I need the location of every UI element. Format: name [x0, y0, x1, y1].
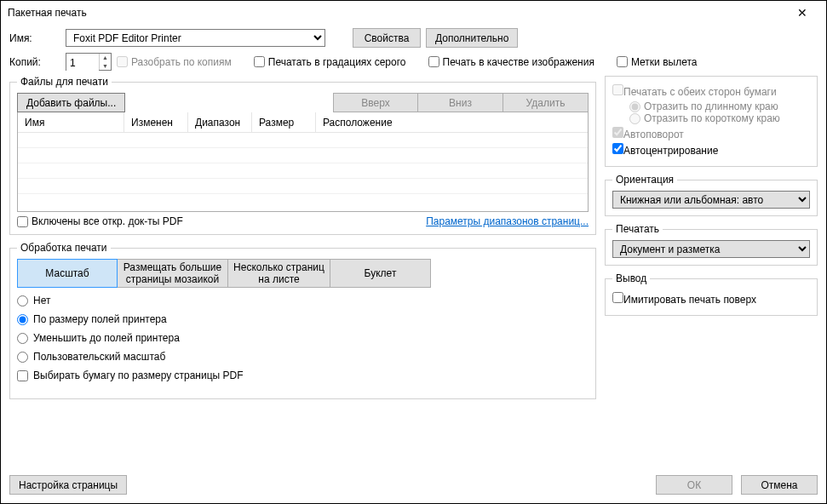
tab-multi[interactable]: Несколько страниц на листе — [228, 259, 330, 288]
advanced-button[interactable]: Дополнительно — [426, 28, 518, 48]
add-files-button[interactable]: Добавить файлы... — [17, 93, 125, 112]
spin-up-icon[interactable]: ▲ — [100, 54, 111, 62]
copies-spinner[interactable]: ▲▼ — [66, 53, 112, 71]
tab-scale[interactable]: Масштаб — [17, 259, 118, 288]
choose-paper-checkbox[interactable]: Выбирать бумагу по размеру страницы PDF — [17, 369, 589, 381]
col-modified[interactable]: Изменен — [124, 112, 188, 132]
ok-button: ОК — [656, 475, 732, 495]
col-location[interactable]: Расположение — [316, 112, 588, 132]
col-name[interactable]: Имя — [18, 112, 124, 132]
print-what-group: Печатать Документ и разметка — [605, 223, 818, 266]
autorotate-checkbox: Автоповорот — [612, 127, 810, 140]
files-table[interactable]: Имя Изменен Диапазон Размер Расположение — [17, 112, 589, 212]
as-image-checkbox[interactable]: Печать в качестве изображения — [428, 56, 594, 68]
down-button: Вниз — [418, 93, 503, 112]
simulate-checkbox[interactable]: Имитировать печать поверх — [612, 292, 810, 306]
print-what-select[interactable]: Документ и разметка — [612, 240, 810, 258]
radio-fit[interactable]: По размеру полей принтера — [17, 313, 589, 325]
duplex-checkbox: Печатать с обеих сторон бумаги — [612, 84, 810, 98]
cancel-button[interactable]: Отмена — [741, 475, 818, 495]
flip-long-radio: Отразить по длинному краю — [629, 100, 810, 112]
files-group: Файлы для печати Добавить файлы... Вверх… — [9, 76, 596, 235]
tab-tile[interactable]: Размещать большие страницы мозаикой — [118, 259, 228, 288]
table-row — [18, 148, 588, 163]
print-what-legend: Печатать — [612, 223, 663, 235]
radio-shrink[interactable]: Уменьшить до полей принтера — [17, 332, 589, 344]
table-row — [18, 194, 588, 209]
properties-button[interactable]: Свойства — [353, 28, 421, 48]
copies-input[interactable] — [66, 54, 99, 72]
delete-button: Удалить — [503, 93, 589, 112]
duplex-group: Печатать с обеих сторон бумаги Отразить … — [605, 76, 818, 167]
table-row — [18, 179, 588, 194]
files-legend: Файлы для печати — [17, 76, 112, 88]
tab-booklet[interactable]: Буклет — [330, 259, 431, 288]
handling-legend: Обработка печати — [17, 242, 111, 254]
col-range[interactable]: Диапазон — [188, 112, 252, 132]
output-legend: Вывод — [612, 272, 650, 284]
name-label: Имя: — [9, 32, 60, 44]
copies-label: Копий: — [9, 56, 60, 68]
autocenter-checkbox[interactable]: Автоцентрирование — [612, 143, 810, 157]
close-icon[interactable]: ✕ — [785, 6, 819, 20]
table-row — [18, 163, 588, 179]
grayscale-checkbox[interactable]: Печатать в градациях серого — [254, 56, 406, 68]
bleed-checkbox[interactable]: Метки вылета — [617, 56, 698, 68]
handling-group: Обработка печати Масштаб Размещать больш… — [9, 242, 596, 399]
table-row — [18, 133, 588, 148]
radio-none[interactable]: Нет — [17, 295, 589, 306]
collate-checkbox: Разобрать по копиям — [117, 56, 232, 68]
orientation-legend: Ориентация — [612, 174, 677, 186]
page-setup-button[interactable]: Настройка страницы — [9, 475, 127, 495]
output-group: Вывод Имитировать печать поверх — [605, 272, 818, 316]
flip-short-radio: Отразить по короткому краю — [629, 112, 810, 124]
up-button: Вверх — [333, 93, 418, 112]
col-size[interactable]: Размер — [252, 112, 316, 132]
range-params-link[interactable]: Параметры диапазонов страниц... — [426, 215, 589, 227]
spin-down-icon[interactable]: ▼ — [100, 62, 111, 71]
window-title: Пакетная печать — [8, 7, 785, 19]
include-all-checkbox[interactable]: Включены все откр. док-ты PDF — [17, 215, 183, 227]
radio-custom[interactable]: Пользовательский масштаб — [17, 351, 589, 363]
orientation-select[interactable]: Книжная или альбомная: авто — [612, 191, 810, 209]
printer-select[interactable]: Foxit PDF Editor Printer — [66, 29, 325, 47]
orientation-group: Ориентация Книжная или альбомная: авто — [605, 174, 818, 216]
